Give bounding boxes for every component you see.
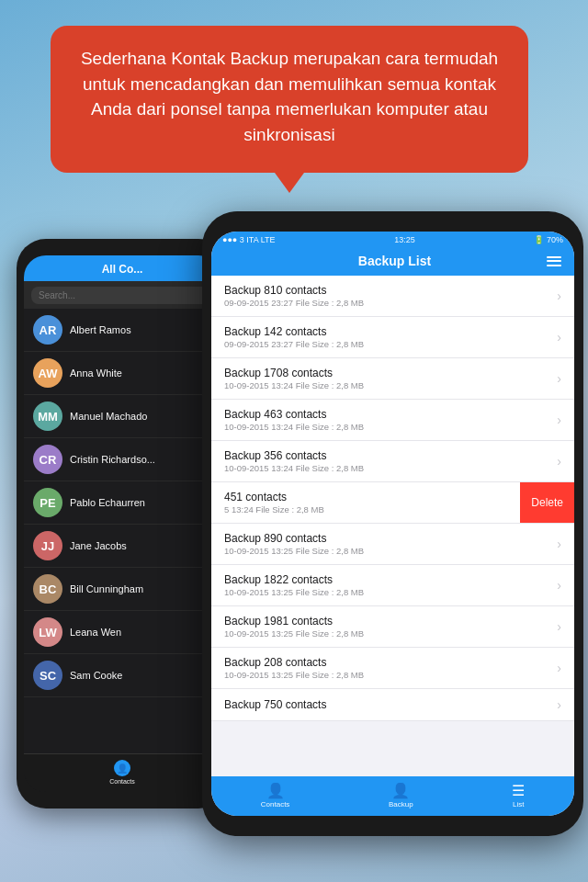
tab-list-icon: ☰	[512, 782, 525, 799]
delete-button[interactable]: Delete	[520, 482, 574, 523]
contact-avatar: AW	[33, 358, 62, 388]
backup-subtitle: 10-09-2015 13:25 File Size : 2,8 MB	[224, 587, 551, 597]
chevron-right-icon: ›	[557, 371, 561, 386]
backup-title: 451 contacts	[224, 491, 551, 503]
chevron-right-icon: ›	[557, 330, 561, 345]
backup-list-row[interactable]: Backup 1822 contacts10-09-2015 13:25 Fil…	[211, 565, 574, 606]
backup-title: Backup 356 contacts	[224, 449, 551, 462]
tab-list-label: List	[513, 800, 524, 808]
contact-name: Manuel Machado	[70, 411, 147, 422]
backup-list-row[interactable]: Backup 142 contacts09-09-2015 23:27 File…	[211, 317, 574, 358]
right-tab-backup[interactable]: 👤Backup	[389, 782, 413, 808]
search-input[interactable]	[31, 287, 213, 304]
backup-row-content: Backup 750 contacts	[224, 698, 551, 712]
left-header-title: All Co...	[102, 263, 143, 276]
contacts-list: ARAlbert RamosAWAnna WhiteMMManuel Macha…	[24, 309, 220, 697]
chevron-right-icon: ›	[557, 537, 561, 551]
contact-name: Leana Wen	[70, 627, 121, 638]
backup-list-row[interactable]: Backup 1981 contacts10-09-2015 13:25 Fil…	[211, 606, 574, 648]
left-tab-contacts[interactable]: 👤 Contacts	[109, 760, 135, 785]
carrier-text: ●●● 3 ITA LTE	[222, 235, 276, 244]
contact-avatar: CR	[33, 445, 62, 474]
right-tab-list[interactable]: ☰List	[512, 782, 525, 808]
left-header: All Co...	[24, 255, 220, 281]
contacts-tab-icon: 👤	[114, 760, 130, 776]
backup-title: Backup 1981 contacts	[224, 615, 551, 628]
right-tab-contacts[interactable]: 👤Contacts	[261, 782, 290, 808]
phone-right: ●●● 3 ITA LTE 13:25 🔋 70% Backup List Ba…	[202, 211, 583, 836]
backup-subtitle: 10-09-2015 13:24 File Size : 2,8 MB	[224, 463, 551, 473]
backup-row-content: Backup 1708 contacts10-09-2015 13:24 Fil…	[224, 367, 551, 390]
left-tab-bar: 👤 Contacts	[24, 753, 220, 792]
contact-avatar: BC	[33, 574, 62, 604]
contact-avatar: SC	[33, 661, 62, 690]
contact-avatar: PE	[33, 488, 62, 517]
chevron-right-icon: ›	[557, 413, 561, 427]
contact-row[interactable]: ARAlbert Ramos	[24, 309, 220, 352]
contact-avatar: AR	[33, 315, 62, 345]
contact-row[interactable]: JJJane Jacobs	[24, 525, 220, 568]
tab-contacts-icon: 👤	[266, 782, 285, 799]
menu-icon[interactable]	[547, 256, 561, 266]
contact-row[interactable]: LWLeana Wen	[24, 611, 220, 654]
contact-row[interactable]: BCBill Cunningham	[24, 568, 220, 611]
backup-row-content: Backup 890 contacts10-09-2015 13:25 File…	[224, 532, 551, 556]
backup-list-row[interactable]: Backup 356 contacts10-09-2015 13:24 File…	[211, 441, 574, 482]
backup-list-row[interactable]: 451 contacts5 13:24 File Size : 2,8 MB›D…	[211, 482, 574, 524]
chevron-right-icon: ›	[557, 288, 561, 303]
tooltip-text: Sederhana Kontak Backup merupakan cara t…	[81, 49, 498, 144]
backup-list-row[interactable]: Backup 750 contacts›	[211, 689, 574, 721]
tab-backup-label: Backup	[389, 800, 413, 808]
tooltip-bubble: Sederhana Kontak Backup merupakan cara t…	[51, 26, 528, 173]
backup-title: Backup 463 contacts	[224, 408, 551, 421]
right-status-bar: ●●● 3 ITA LTE 13:25 🔋 70%	[211, 232, 574, 248]
contact-row[interactable]: CRCristin Richardso...	[24, 438, 220, 481]
backup-row-content: Backup 208 contacts10-09-2015 13:25 File…	[224, 656, 551, 680]
backup-title: Backup 750 contacts	[224, 698, 551, 711]
contact-avatar: LW	[33, 617, 62, 647]
phone-left: All Co... ARAlbert RamosAWAnna WhiteMMMa…	[17, 239, 228, 808]
chevron-right-icon: ›	[557, 578, 561, 593]
chevron-right-icon: ›	[557, 454, 561, 469]
chevron-right-icon: ›	[557, 619, 561, 634]
backup-list-row[interactable]: Backup 208 contacts10-09-2015 13:25 File…	[211, 648, 574, 689]
backup-list-row[interactable]: Backup 1708 contacts10-09-2015 13:24 Fil…	[211, 358, 574, 400]
backup-title: Backup 890 contacts	[224, 532, 551, 545]
contact-name: Bill Cunningham	[70, 583, 143, 594]
backup-row-content: Backup 810 contacts09-09-2015 23:27 File…	[224, 284, 551, 308]
backup-row-content: Backup 356 contacts10-09-2015 13:24 File…	[224, 449, 551, 473]
contact-name: Jane Jacobs	[70, 540, 127, 551]
backup-subtitle: 10-09-2015 13:25 File Size : 2,8 MB	[224, 628, 551, 639]
right-tab-bar: 👤Contacts👤Backup☰List	[211, 776, 574, 816]
contact-name: Albert Ramos	[70, 324, 131, 335]
tab-contacts-label: Contacts	[261, 800, 290, 808]
contact-avatar: MM	[33, 401, 62, 431]
contact-name: Cristin Richardso...	[70, 454, 155, 465]
contact-row[interactable]: AWAnna White	[24, 352, 220, 395]
backup-title: Backup 810 contacts	[224, 284, 551, 297]
screen-left: All Co... ARAlbert RamosAWAnna WhiteMMMa…	[24, 255, 220, 792]
backup-list-title: Backup List	[358, 254, 431, 268]
backup-subtitle: 10-09-2015 13:25 File Size : 2,8 MB	[224, 546, 551, 556]
backup-row-content: Backup 142 contacts09-09-2015 23:27 File…	[224, 325, 551, 349]
contact-row[interactable]: PEPablo Echaurren	[24, 481, 220, 525]
contact-name: Anna White	[70, 368, 122, 379]
contact-row[interactable]: SCSam Cooke	[24, 654, 220, 697]
backup-row-content: 451 contacts5 13:24 File Size : 2,8 MB	[224, 491, 551, 514]
backup-subtitle: 5 13:24 File Size : 2,8 MB	[224, 504, 551, 514]
tab-backup-icon: 👤	[391, 782, 410, 799]
contact-avatar: JJ	[33, 531, 62, 560]
contact-name: Pablo Echaurren	[70, 497, 145, 508]
backup-list-row[interactable]: Backup 463 contacts10-09-2015 13:24 File…	[211, 400, 574, 441]
backup-title: Backup 1822 contacts	[224, 573, 551, 586]
backup-subtitle: 10-09-2015 13:24 File Size : 2,8 MB	[224, 380, 551, 390]
backup-list-row[interactable]: Backup 810 contacts09-09-2015 23:27 File…	[211, 276, 574, 317]
time-text: 13:25	[394, 235, 415, 244]
backup-list-row[interactable]: Backup 890 contacts10-09-2015 13:25 File…	[211, 524, 574, 565]
backup-title: Backup 142 contacts	[224, 325, 551, 338]
backup-row-content: Backup 1822 contacts10-09-2015 13:25 Fil…	[224, 573, 551, 597]
backup-subtitle: 09-09-2015 23:27 File Size : 2,8 MB	[224, 339, 551, 349]
backup-title: Backup 208 contacts	[224, 656, 551, 669]
backup-row-content: Backup 1981 contacts10-09-2015 13:25 Fil…	[224, 615, 551, 639]
contact-row[interactable]: MMManuel Machado	[24, 395, 220, 438]
